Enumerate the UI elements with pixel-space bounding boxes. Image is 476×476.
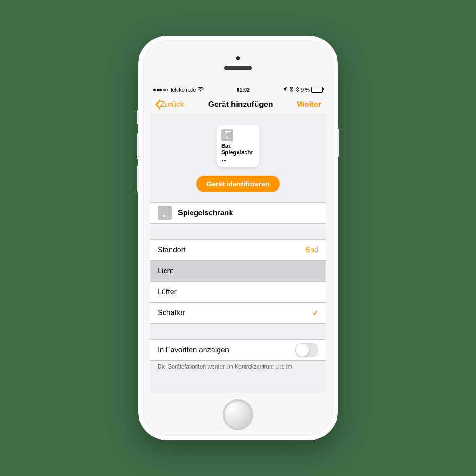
settings-group: Standort Bad Licht Lüfter Schalter ✓ [150,239,326,324]
wifi-icon [198,87,204,93]
status-bar: Telekom.de 01:02 9 % [150,85,326,94]
type-option-schalter[interactable]: Schalter ✓ [150,303,326,323]
status-left: Telekom.de [153,87,204,93]
status-right: 9 % [283,87,323,93]
device-tile[interactable]: BadSpiegelschr… [217,125,259,167]
location-icon [283,87,287,93]
alarm-icon [289,87,294,93]
next-button[interactable]: Weiter [297,100,321,109]
favorites-group: In Favoriten anzeigen [150,339,326,361]
battery-percent: 9 % [301,87,310,93]
screen: Telekom.de 01:02 9 % [150,85,326,393]
device-tile-section: BadSpiegelschr… Gerät identifizieren [150,115,326,202]
phone-frame: Telekom.de 01:02 9 % [138,36,338,440]
front-camera [236,56,240,60]
device-name-row[interactable]: Spiegelschrank [150,203,326,223]
device-name-row-group: Spiegelschrank [150,202,326,224]
back-label: Zurück [160,100,184,109]
carrier-label: Telekom.de [170,87,196,93]
checkmark-icon: ✓ [312,309,318,317]
location-row[interactable]: Standort Bad [150,240,326,261]
power-button [337,129,339,157]
home-button[interactable] [223,399,253,430]
type-option-licht[interactable]: Licht [150,261,326,282]
earpiece-speaker [224,66,252,70]
favorites-toggle[interactable] [295,343,318,357]
content-area: BadSpiegelschr… Gerät identifizieren Spi… [150,115,326,393]
favorites-label: In Favoriten anzeigen [158,346,289,354]
identify-device-button[interactable]: Gerät identifizieren [196,176,280,192]
location-label: Standort [158,246,299,254]
volume-down-button [137,166,139,192]
battery-icon [311,87,323,93]
status-time: 01:02 [237,87,250,93]
device-name-label: Spiegelschrank [178,209,318,217]
page-title: Gerät hinzufügen [208,100,273,109]
switch-icon [158,206,172,220]
switch-icon [221,129,233,141]
bluetooth-icon [296,87,299,93]
nav-bar: Zurück Gerät hinzufügen Weiter [150,94,326,115]
signal-strength-icon [153,89,168,91]
mute-switch [137,110,139,124]
location-value: Bad [305,246,318,254]
volume-up-button [137,133,139,159]
favorites-footnote: Die Gerätefavoriten werden im Kontrollze… [150,361,326,370]
type-option-luefter[interactable]: Lüfter [150,282,326,303]
back-button[interactable]: Zurück [155,99,184,110]
phone-bezel: Telekom.de 01:02 9 % [143,40,333,436]
device-tile-label: BadSpiegelschr… [221,143,255,163]
favorites-row: In Favoriten anzeigen [150,340,326,360]
